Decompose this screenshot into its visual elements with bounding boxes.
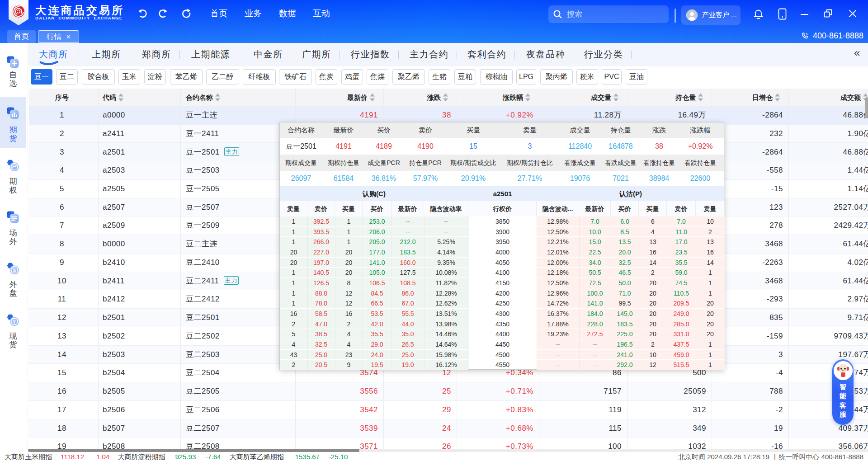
svg-text:$: $: [13, 268, 16, 273]
svg-text:¥: ¥: [13, 319, 16, 325]
